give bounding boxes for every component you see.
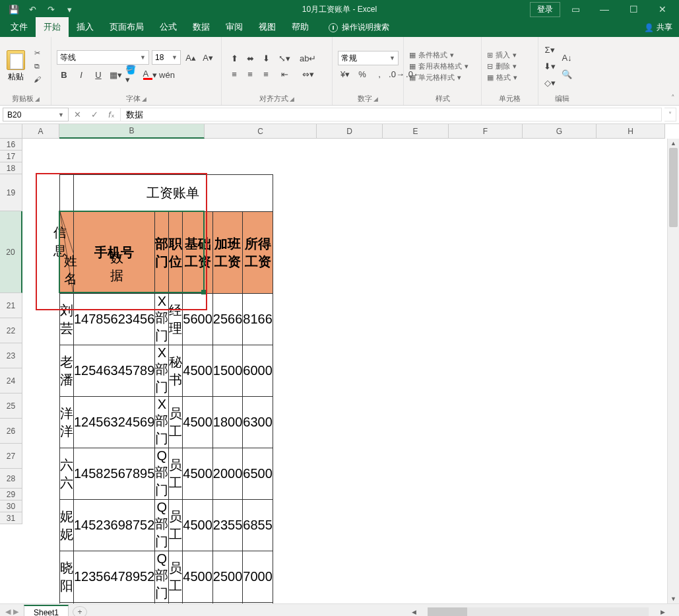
phonetic-button[interactable]: wén [160,67,174,82]
tab-help[interactable]: 帮助 [284,17,317,37]
increase-font-icon[interactable]: A▴ [183,50,198,65]
tab-file[interactable]: 文件 [3,17,36,37]
fill-color-icon[interactable]: 🪣▾ [125,67,140,82]
row-header-30[interactable]: 30 [0,500,22,512]
paste-button[interactable]: 粘贴 [5,49,26,84]
row-header-28[interactable]: 28 [0,469,22,489]
autosum-icon[interactable]: Σ▾ [544,42,556,57]
col-header-B[interactable]: B [59,124,205,139]
maximize-icon[interactable]: ☐ [620,0,647,18]
sheet-tab-active[interactable]: Sheet1 [24,605,69,617]
font-color-icon[interactable]: A▾ [143,67,157,82]
number-format-combo[interactable]: 常规▼ [338,51,399,65]
number-dialog-icon[interactable]: ◢ [373,96,378,102]
col-header-E[interactable]: E [383,124,449,139]
cut-icon[interactable]: ✂ [30,47,44,59]
copy-icon[interactable]: ⧉ [30,60,44,72]
sheet-next-icon[interactable]: ▶ [13,607,18,616]
row-header-31[interactable]: 31 [0,512,22,524]
tab-data[interactable]: 数据 [185,17,218,37]
cell-styles-button[interactable]: ▦单元格样式▾ [409,73,469,83]
col-header-D[interactable]: D [317,124,383,139]
row-header-24[interactable]: 24 [0,368,22,394]
confirm-edit-icon[interactable]: ✓ [86,110,103,120]
undo-icon[interactable]: ↶ [25,2,40,17]
tab-formulas[interactable]: 公式 [152,17,185,37]
font-size-combo[interactable]: 18▼ [152,50,181,65]
sort-filter-icon[interactable]: A↓ [560,51,574,65]
merge-center-icon[interactable]: ⇔▾ [300,67,316,81]
row-header-29[interactable]: 29 [0,489,22,500]
save-icon[interactable]: 💾 [7,2,21,17]
align-middle-icon[interactable]: ⬌ [243,51,257,65]
col-header-F[interactable]: F [449,124,523,139]
login-button[interactable]: 登录 [530,2,560,17]
row-header-20[interactable]: 20 [0,211,22,293]
decrease-font-icon[interactable]: A▾ [201,50,215,65]
alignment-dialog-icon[interactable]: ◢ [290,96,294,102]
tab-page-layout[interactable]: 页面布局 [102,17,152,37]
name-box[interactable]: B20▼ [3,108,69,121]
font-dialog-icon[interactable]: ◢ [142,96,146,102]
tab-view[interactable]: 视图 [251,17,284,37]
conditional-format-button[interactable]: ▦条件格式▾ [409,50,469,60]
increase-decimal-icon[interactable]: .0→ [389,67,404,81]
tell-me-search[interactable]: 操作说明搜索 [323,18,395,37]
decrease-indent-icon[interactable]: ⇤ [277,67,292,81]
clear-icon[interactable]: ◇▾ [544,75,556,90]
tab-review[interactable]: 审阅 [218,17,251,37]
row-header-16[interactable]: 16 [0,139,22,151]
collapse-ribbon-icon[interactable]: ˄ [671,94,675,102]
format-as-table-button[interactable]: ▦套用表格格式▾ [409,61,469,71]
align-top-icon[interactable]: ⬆ [227,51,242,65]
clipboard-dialog-icon[interactable]: ◢ [35,96,40,102]
horizontal-scrollbar[interactable]: ◀ ▶ [409,607,667,616]
row-header-21[interactable]: 21 [0,293,22,318]
align-left-icon[interactable]: ≡ [227,67,242,81]
row-header-23[interactable]: 23 [0,343,22,368]
minimize-icon[interactable]: — [591,0,618,18]
ribbon-options-icon[interactable]: ▭ [562,0,589,18]
orientation-icon[interactable]: ⤡▾ [277,51,292,65]
percent-icon[interactable]: % [355,67,370,81]
row-header-22[interactable]: 22 [0,318,22,343]
align-center-icon[interactable]: ≡ [243,67,257,81]
row-header-26[interactable]: 26 [0,419,22,444]
row-header-18[interactable]: 18 [0,162,22,174]
row-header-19[interactable]: 19 [0,174,22,211]
scroll-left-icon[interactable]: ◀ [409,609,418,615]
italic-button[interactable]: I [74,67,88,82]
vertical-scrollbar[interactable]: ▲ ▼ [667,139,679,603]
delete-cells-button[interactable]: ⊟删除▾ [487,61,517,71]
tab-insert[interactable]: 插入 [69,17,102,37]
select-all-corner[interactable] [0,124,22,139]
row-header-17[interactable]: 17 [0,151,22,162]
col-header-G[interactable]: G [523,124,597,139]
row-header-25[interactable]: 25 [0,394,22,419]
scroll-down-icon[interactable]: ▼ [668,594,679,603]
wrap-text-icon[interactable]: ab↵ [300,51,316,65]
col-header-A[interactable]: A [22,124,59,139]
qat-customize-icon[interactable]: ▾ [62,2,77,17]
comma-icon[interactable]: , [372,67,387,81]
col-header-C[interactable]: C [205,124,317,139]
font-name-combo[interactable]: 等线▼ [57,50,149,65]
insert-cells-button[interactable]: ⊞插入▾ [487,50,517,60]
expand-formula-bar-icon[interactable]: ˅ [664,108,676,121]
cancel-edit-icon[interactable]: ✕ [69,110,86,120]
underline-button[interactable]: U [91,67,106,82]
accounting-format-icon[interactable]: ¥▾ [338,67,352,81]
scroll-up-icon[interactable]: ▲ [668,139,679,148]
close-icon[interactable]: ✕ [649,0,676,18]
fill-icon[interactable]: ⬇▾ [544,59,556,73]
tab-home[interactable]: 开始 [36,17,69,37]
scroll-right-icon[interactable]: ▶ [658,609,667,615]
align-right-icon[interactable]: ≡ [259,67,273,81]
format-painter-icon[interactable]: 🖌 [30,73,44,85]
add-sheet-button[interactable]: + [73,606,87,617]
insert-function-icon[interactable]: fₓ [103,110,120,120]
hscroll-thumb[interactable] [428,607,467,616]
formula-input[interactable]: 数据 [121,108,662,121]
row-header-27[interactable]: 27 [0,444,22,469]
redo-icon[interactable]: ↷ [44,2,58,17]
